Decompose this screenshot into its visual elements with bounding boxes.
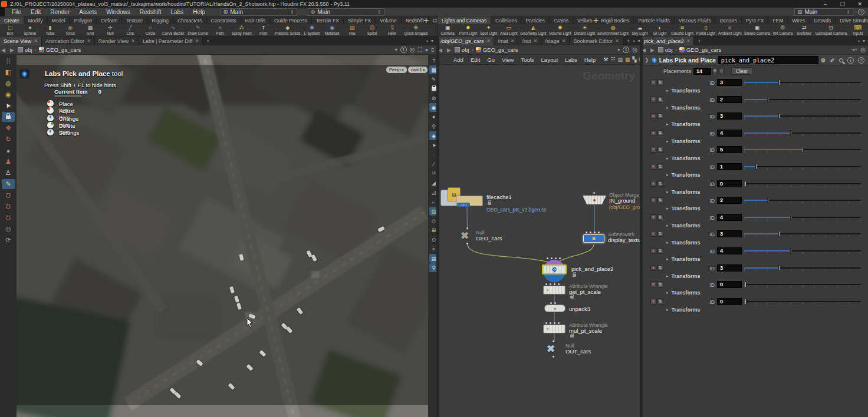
pane-maximize-icon[interactable]: ▪ <box>858 38 860 44</box>
slider-handle[interactable] <box>778 80 780 85</box>
split-view-icon[interactable]: ▚ <box>631 57 637 62</box>
shelf-tool[interactable]: ◉ Metaball <box>322 24 342 37</box>
shelf-tool[interactable]: @ Spiral <box>362 24 382 37</box>
transforms-fold[interactable]: ▸ Transforms <box>643 239 868 247</box>
maximize-button[interactable]: ❐ <box>840 1 844 7</box>
network-menu-item[interactable]: Labs <box>561 57 581 63</box>
transforms-fold[interactable]: ▸ Transforms <box>643 188 868 196</box>
shelf-tool[interactable]: ✦ Spot Light <box>479 24 499 37</box>
target-icon[interactable]: ◎ <box>860 47 866 53</box>
shelf-tool[interactable]: ◐ GI Light <box>650 24 670 37</box>
desktop-selector-1[interactable]: ⊞ Main ⇕ <box>221 8 297 16</box>
network-menu-item[interactable]: View <box>498 57 517 63</box>
network-editor[interactable]: AddEditGoViewToolsLayoutLabsHelp ⚒☷▤▦▚⧉▰… <box>439 55 640 417</box>
id-value-field[interactable]: 3 <box>717 230 742 237</box>
id-value-field[interactable]: 2 <box>717 197 742 204</box>
slider-handle[interactable] <box>745 299 747 305</box>
slider-handle[interactable] <box>745 181 747 187</box>
delete-placement-button[interactable]: ✕ <box>650 97 656 102</box>
shelf-tab[interactable]: Pyro FX <box>742 16 769 24</box>
shelf-tool[interactable]: ● Sphere <box>20 24 40 37</box>
shelf-tool[interactable]: ⁂ Spray Paint <box>230 24 254 37</box>
shelf-tool[interactable]: ⊟ Gamepad Camera <box>814 24 848 37</box>
new-tab-button[interactable]: + <box>623 37 633 45</box>
shelf-overflow-icon[interactable]: ▾ <box>863 18 866 23</box>
transforms-fold[interactable]: ▸ Transforms <box>643 306 868 314</box>
delete-placement-button[interactable]: ✕ <box>650 214 656 220</box>
id-slider[interactable] <box>744 146 861 153</box>
magnet-snap-icon[interactable]: Ω <box>2 190 15 200</box>
tree-view-icon[interactable]: ☷ <box>609 57 616 62</box>
network-menu-item[interactable]: Tools <box>517 57 537 63</box>
slider-handle[interactable] <box>778 265 780 271</box>
pane-tab[interactable]: Bookmark Editor✕ <box>570 37 623 45</box>
close-tab-icon[interactable]: ✕ <box>131 38 135 44</box>
slider-handle[interactable] <box>767 197 769 203</box>
id-value-field[interactable]: 0 <box>717 298 742 305</box>
reorder-placement-button[interactable]: ⇅ <box>657 265 663 271</box>
shelf-tab[interactable]: Crowds <box>810 16 836 24</box>
delete-placement-button[interactable]: ✕ <box>650 164 656 170</box>
pane-menu-icon[interactable]: ▾ <box>863 38 865 44</box>
id-value-field[interactable]: 1 <box>717 163 742 170</box>
camera-pill[interactable]: Persp▾ <box>386 67 407 73</box>
id-value-field[interactable]: 2 <box>717 96 742 103</box>
reorder-placement-button[interactable]: ⇅ <box>657 147 663 153</box>
shelf-tab[interactable]: FEM <box>768 16 788 24</box>
search-icon[interactable] <box>839 58 843 62</box>
slider-handle[interactable] <box>767 97 769 102</box>
transforms-fold[interactable]: ▸ Transforms <box>643 137 868 145</box>
close-tab-icon[interactable]: ✕ <box>686 38 691 44</box>
id-slider[interactable] <box>744 230 861 237</box>
id-slider[interactable] <box>744 96 861 103</box>
pane-tab[interactable]: Animation Editor✕ <box>42 37 95 45</box>
slider-handle[interactable] <box>755 164 757 170</box>
id-slider[interactable] <box>744 247 861 254</box>
shelf-tab[interactable]: Polygon <box>70 16 97 24</box>
reorder-placement-button[interactable]: ⇅ <box>657 299 663 305</box>
transforms-fold[interactable]: ▸ Transforms <box>643 272 868 280</box>
transforms-fold[interactable]: ▸ Transforms <box>643 120 868 128</box>
pane-tab[interactable]: Labs | Parameter Diff✕ <box>139 37 203 45</box>
id-slider[interactable] <box>744 214 861 221</box>
shelf-tool[interactable]: ▦ Grid <box>80 24 100 37</box>
add-shelf-tab-button[interactable]: + <box>420 16 432 24</box>
pane-tab[interactable]: /mat✕ <box>494 37 518 45</box>
slider-handle[interactable] <box>790 248 792 254</box>
color-palette-icon[interactable]: ▦ <box>624 57 632 62</box>
path-dropdown-icon[interactable]: ▾ <box>395 47 397 52</box>
reorder-placement-button[interactable]: ⇅ <box>657 97 663 102</box>
id-slider[interactable] <box>744 163 861 170</box>
point-snap-icon[interactable]: Ω <box>2 201 15 211</box>
path-node-chip[interactable]: GEO_gs_cars <box>679 47 722 53</box>
shelf-tool[interactable]: ✛ Null <box>100 24 120 37</box>
shelf-tab[interactable]: Collisions <box>491 16 521 24</box>
menu-item[interactable]: Redshift <box>135 9 166 15</box>
shelf-tool[interactable]: ○ Circle <box>140 24 160 37</box>
network-canvas[interactable]: Geometry ▤ ◦ǀǀǀǀ filecache1 GEO_cars_pts… <box>439 65 640 417</box>
close-tab-icon[interactable]: ✕ <box>34 38 38 44</box>
menu-item[interactable]: Render <box>45 9 74 15</box>
shelf-tab[interactable]: Grains <box>550 16 573 24</box>
drag-handle-icon[interactable]: ⣿ <box>2 56 15 66</box>
forward-icon[interactable]: ▶ <box>649 47 656 53</box>
load-from-disk-badge[interactable]: ◦ǀǀǀǀ <box>457 203 470 207</box>
panel-icon[interactable]: ▯ <box>432 47 434 52</box>
path-root-chip[interactable]: obj <box>455 47 469 53</box>
shelf-tool[interactable]: ≋ Caustic Light <box>670 24 695 37</box>
shelf-tab[interactable]: Particle Fluids <box>634 16 674 24</box>
shelf-tool[interactable]: ○ Ambient Light <box>717 24 743 37</box>
pin-plus-icon[interactable]: ⇥+ <box>851 47 857 52</box>
id-slider[interactable] <box>744 79 861 86</box>
shelf-tool[interactable]: ▣ Stereo Camera <box>743 24 771 37</box>
shelf-tool[interactable]: ◆ Platonic Solids <box>274 24 303 37</box>
move-tool-icon[interactable]: ✥ <box>2 123 15 133</box>
pane-tab[interactable]: Scene View✕ <box>0 37 42 45</box>
snapshot-icon[interactable]: ⛶ <box>418 47 422 54</box>
close-tab-icon[interactable]: ✕ <box>533 38 537 44</box>
shelf-tab[interactable]: Guide Process <box>270 16 312 24</box>
add-shelf-tab-button[interactable]: + <box>590 16 602 24</box>
shelf-tab[interactable]: Wires <box>788 16 810 24</box>
shelf-tool[interactable]: ⌨ Inputs <box>848 24 868 37</box>
shelf-tool[interactable]: ◍ Environment Light <box>597 24 630 37</box>
